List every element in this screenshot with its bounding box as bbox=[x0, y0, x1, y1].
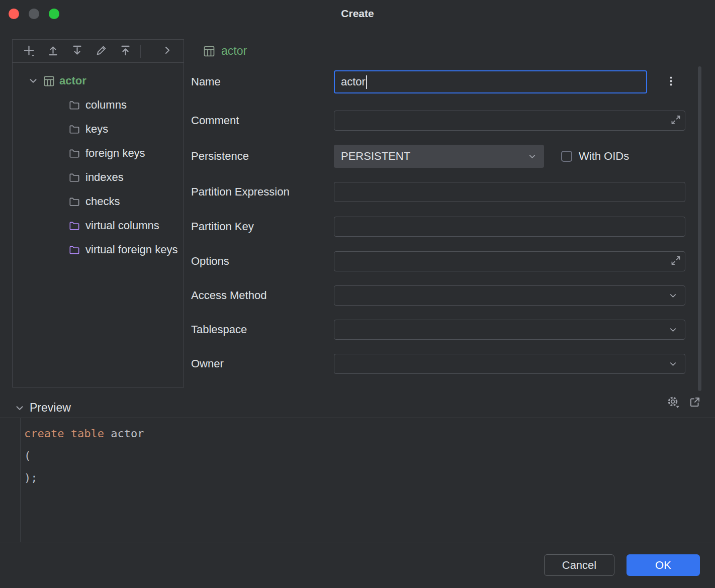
tree-item-keys[interactable]: keys bbox=[13, 117, 184, 141]
move-up-icon bbox=[47, 44, 59, 58]
persistence-select[interactable]: PERSISTENT bbox=[334, 145, 544, 168]
tree-item-virtual-foreign-keys[interactable]: virtual foreign keys bbox=[13, 238, 184, 262]
tablespace-label: Tablespace bbox=[191, 323, 334, 336]
tree-item-label: columns bbox=[85, 99, 127, 112]
expand-comment-button[interactable] bbox=[670, 115, 681, 127]
name-input[interactable]: actor bbox=[334, 70, 647, 93]
chevron-down-icon bbox=[668, 291, 678, 301]
partition-expression-input[interactable] bbox=[334, 182, 685, 202]
persistence-label: Persistence bbox=[191, 150, 334, 163]
preview-actions bbox=[667, 396, 701, 411]
tree-item-label: virtual columns bbox=[85, 219, 159, 232]
tree-item-label: virtual foreign keys bbox=[85, 243, 177, 256]
preview-settings-button[interactable] bbox=[667, 396, 680, 411]
table-form: Name actor Comment Persistence PERSISTEN… bbox=[191, 70, 685, 379]
sql-preview-editor[interactable]: create table actor ( ); bbox=[0, 418, 715, 542]
collapse-panel-button[interactable] bbox=[155, 43, 180, 60]
virtual-folder-icon bbox=[69, 244, 80, 255]
name-label: Name bbox=[191, 75, 334, 88]
owner-select[interactable] bbox=[334, 354, 685, 374]
comment-input[interactable] bbox=[334, 111, 685, 131]
tree-item-indexes[interactable]: indexes bbox=[13, 165, 184, 189]
virtual-folder-icon bbox=[69, 220, 80, 231]
structure-panel: actor columns keys foreign keys indexes … bbox=[12, 39, 184, 387]
toolbar-separator bbox=[140, 45, 141, 58]
access-method-row: Access Method bbox=[191, 285, 685, 306]
tree-item-label: checks bbox=[85, 195, 120, 208]
chevron-down-icon bbox=[527, 152, 537, 161]
expand-options-button[interactable] bbox=[670, 255, 681, 268]
partition-key-label: Partition Key bbox=[191, 220, 334, 233]
sql-line: create table actor bbox=[24, 427, 144, 440]
name-row: Name actor bbox=[191, 70, 685, 93]
open-in-new-icon bbox=[688, 396, 701, 410]
move-down-button[interactable] bbox=[65, 43, 89, 60]
arrow-up-to-line-icon bbox=[119, 44, 132, 58]
sql-line: ); bbox=[24, 471, 38, 484]
tree-item-label: indexes bbox=[85, 171, 124, 184]
footer-divider bbox=[0, 542, 715, 542]
owner-row: Owner bbox=[191, 354, 685, 374]
access-method-select[interactable] bbox=[334, 285, 685, 306]
options-row: Options bbox=[191, 251, 685, 271]
edit-button[interactable] bbox=[89, 43, 113, 60]
with-oids-group[interactable]: With OIDs bbox=[561, 150, 629, 163]
folder-icon bbox=[69, 124, 80, 135]
name-options-button[interactable] bbox=[665, 75, 677, 88]
preview-label: Preview bbox=[30, 401, 71, 415]
window-title: Create bbox=[0, 8, 715, 20]
kebab-menu-icon bbox=[665, 75, 677, 88]
add-button[interactable] bbox=[17, 43, 41, 60]
with-oids-checkbox[interactable] bbox=[561, 151, 572, 162]
object-tree: actor columns keys foreign keys indexes … bbox=[13, 63, 184, 262]
with-oids-label: With OIDs bbox=[579, 150, 629, 163]
tree-item-checks[interactable]: checks bbox=[13, 189, 184, 214]
chevron-down-icon bbox=[668, 325, 678, 335]
chevron-right-icon bbox=[161, 44, 173, 58]
move-up-button[interactable] bbox=[41, 43, 65, 60]
edit-icon bbox=[95, 44, 108, 58]
chevron-down-icon bbox=[668, 359, 678, 369]
tablespace-select[interactable] bbox=[334, 320, 685, 340]
expand-icon bbox=[670, 115, 681, 127]
folder-icon bbox=[69, 100, 80, 111]
table-icon bbox=[203, 45, 215, 57]
persistence-value: PERSISTENT bbox=[341, 150, 410, 163]
editor-header-title: actor bbox=[221, 44, 247, 58]
access-method-label: Access Method bbox=[191, 289, 334, 302]
tree-item-actor[interactable]: actor bbox=[13, 69, 184, 93]
chevron-down-icon[interactable] bbox=[28, 75, 39, 86]
partition-expression-label: Partition Expression bbox=[191, 185, 334, 199]
tree-item-columns[interactable]: columns bbox=[13, 93, 184, 117]
gear-icon bbox=[667, 396, 680, 411]
tablespace-row: Tablespace bbox=[191, 320, 685, 340]
sql-line: ( bbox=[24, 449, 31, 462]
text-caret bbox=[366, 75, 367, 89]
partition-key-row: Partition Key bbox=[191, 217, 685, 237]
options-input[interactable] bbox=[334, 251, 685, 271]
structure-toolbar bbox=[13, 40, 184, 63]
ok-button[interactable]: OK bbox=[627, 554, 700, 576]
form-scrollbar[interactable] bbox=[698, 66, 701, 391]
folder-icon bbox=[69, 148, 80, 159]
folder-icon bbox=[69, 196, 80, 207]
tree-item-virtual-columns[interactable]: virtual columns bbox=[13, 214, 184, 238]
persistence-row: Persistence PERSISTENT With OIDs bbox=[191, 145, 685, 168]
partition-key-input[interactable] bbox=[334, 217, 685, 237]
expand-icon bbox=[670, 255, 681, 268]
editor-header: actor bbox=[203, 44, 247, 58]
partition-expression-row: Partition Expression bbox=[191, 182, 685, 202]
chevron-down-icon bbox=[14, 403, 25, 414]
open-in-editor-button[interactable] bbox=[688, 396, 701, 410]
titlebar: Create bbox=[0, 0, 715, 28]
editor-gutter-divider bbox=[20, 418, 21, 542]
move-down-icon bbox=[71, 44, 83, 58]
comment-label: Comment bbox=[191, 114, 334, 127]
cancel-button[interactable]: Cancel bbox=[544, 554, 614, 576]
tree-item-foreign-keys[interactable]: foreign keys bbox=[13, 141, 184, 165]
name-input-value: actor bbox=[341, 75, 366, 88]
send-to-top-button[interactable] bbox=[113, 43, 137, 60]
preview-toggle[interactable]: Preview bbox=[14, 401, 71, 415]
tree-item-label: foreign keys bbox=[85, 147, 145, 160]
folder-icon bbox=[69, 172, 80, 183]
